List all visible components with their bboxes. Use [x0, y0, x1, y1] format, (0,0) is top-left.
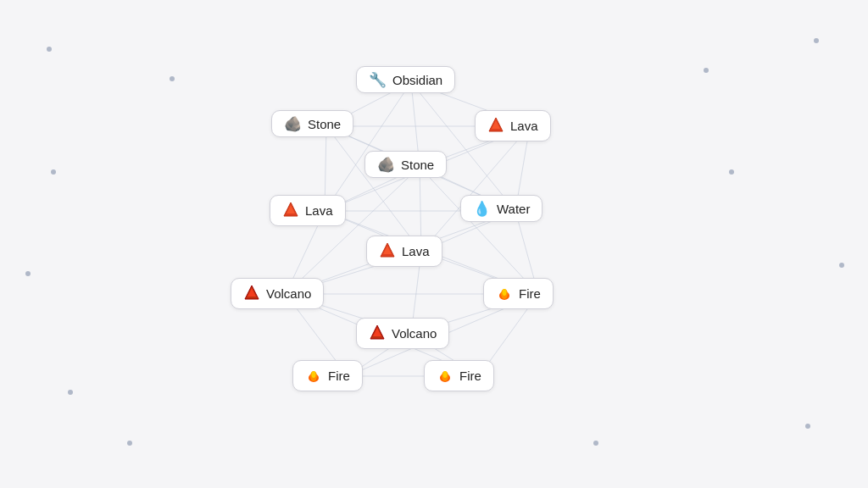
node-lava3[interactable]: Lava [366, 236, 442, 267]
background-dot [704, 68, 709, 73]
svg-line-18 [420, 167, 538, 294]
background-dot [170, 76, 175, 81]
water-icon: 💧 [473, 201, 491, 216]
lava-icon [379, 241, 396, 261]
background-dot [47, 47, 52, 52]
background-dot [814, 38, 819, 43]
node-water[interactable]: 💧Water [460, 195, 542, 222]
lava-icon [487, 116, 504, 136]
background-dot [839, 263, 844, 268]
node-label: Fire [328, 369, 350, 383]
node-lava1[interactable]: Lava [475, 110, 551, 141]
svg-line-4 [411, 82, 515, 211]
fire-icon [437, 366, 453, 385]
background-dot [25, 271, 31, 276]
node-fire1[interactable]: Fire [483, 278, 554, 309]
node-label: Fire [459, 369, 481, 383]
node-label: Stone [401, 158, 434, 172]
background-dot [68, 390, 73, 395]
node-fire3[interactable]: Fire [424, 360, 494, 391]
node-stone1[interactable]: 🪨Stone [271, 110, 353, 137]
svg-line-9 [326, 126, 421, 252]
svg-point-54 [312, 371, 316, 378]
node-label: Lava [510, 119, 538, 133]
fire-icon [496, 284, 513, 303]
node-obsidian[interactable]: 🔧Obsidian [356, 66, 455, 93]
node-label: Stone [308, 117, 341, 131]
background-dot [593, 441, 598, 446]
background-dot [127, 441, 132, 446]
volcano-icon [369, 324, 386, 343]
svg-point-49 [503, 289, 507, 296]
svg-line-13 [421, 126, 530, 252]
svg-line-17 [286, 167, 420, 294]
svg-line-3 [325, 82, 411, 211]
lava-icon [282, 201, 299, 220]
node-fire2[interactable]: Fire [292, 360, 363, 391]
node-label: Water [497, 202, 530, 216]
background-dot [51, 169, 56, 175]
volcano-icon [243, 284, 260, 303]
background-dot [805, 424, 810, 429]
node-volcano2[interactable]: Volcano [356, 318, 449, 349]
node-stone2[interactable]: 🪨Stone [364, 151, 447, 178]
fire-icon [305, 366, 322, 385]
node-lava2[interactable]: Lava [270, 195, 346, 226]
node-label: Volcano [266, 286, 311, 301]
node-label: Obsidian [392, 73, 442, 87]
node-label: Fire [519, 286, 541, 301]
obsidian-icon: 🔧 [369, 72, 387, 87]
node-label: Volcano [392, 326, 437, 341]
node-label: Lava [402, 244, 430, 258]
node-volcano1[interactable]: Volcano [231, 278, 324, 309]
stone-icon: 🪨 [284, 116, 302, 131]
background-dot [729, 169, 734, 175]
stone-icon: 🪨 [377, 157, 395, 172]
node-label: Lava [305, 203, 333, 218]
svg-point-57 [443, 371, 448, 378]
